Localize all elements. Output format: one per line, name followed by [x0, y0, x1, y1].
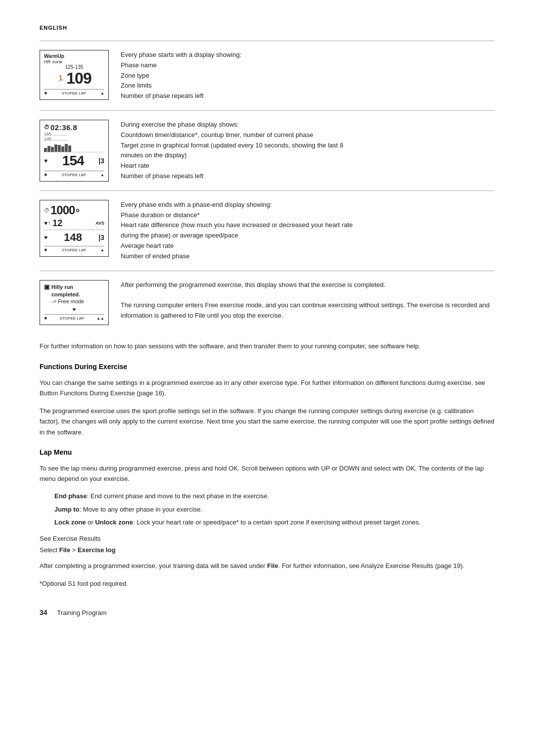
section1-line1: Every phase starts with a display showin… [121, 50, 494, 60]
device2-stopbar: ✱ STOPEE LAP ▲ [44, 171, 104, 177]
lapitem-jumpto: Jump to: Move to any other phase in your… [54, 505, 494, 515]
device2-stopbar-left: ✱ [44, 173, 47, 177]
graph-bar-1 [44, 148, 47, 152]
lapitem-endphase-term: End phase [54, 492, 87, 500]
page-footer: 34 Training Program [40, 609, 494, 616]
device1-icon: 🏃 [57, 75, 64, 82]
device-display-3: ⏱ 1000 o ♥↑ 12 AVS ♥ 148 |3 ✱ STOPEE LAP… [40, 200, 109, 257]
device2-graph [44, 142, 104, 152]
section3-line3: Heart rate difference (how much you have… [121, 220, 494, 231]
device3-bigrow: ⏱ 1000 o [44, 203, 104, 217]
section4-line2: The running computer enters Free exercis… [121, 300, 494, 321]
after-text: After completing a programmed exercise, … [40, 562, 267, 569]
lapitem-endphase-desc: : End current phase and move to the next… [87, 492, 269, 500]
section2-line6: Number of phase repeats left [121, 171, 494, 182]
footnote: *Optional S1 foot pod required. [40, 578, 494, 589]
graph-bar-4 [54, 144, 57, 152]
select-arrow: > [70, 546, 78, 554]
device2-hearticon: ♥ [44, 157, 47, 164]
section-row-4: ▣ Hilly run completed. -> Free mode ♥ ✱ … [40, 271, 494, 334]
page-number: 34 [40, 609, 47, 616]
device4-line2: completed. [51, 291, 84, 298]
section1-line5: Number of phase repeats left [121, 91, 494, 101]
device4-textblock: Hilly run completed. -> Free mode [51, 284, 84, 305]
device2-timerrow: ⏱ 02:36.8 [44, 123, 104, 132]
select-prefix: Select [40, 546, 59, 554]
device3-stopbar: ✱ STOPEE LAP ▲ [44, 246, 104, 252]
section2-line5: Heart rate [121, 161, 494, 171]
device2-bignumber: 154 [62, 153, 84, 169]
functions-para1: You can change the same settings in a pr… [40, 378, 494, 399]
section1-text: Every phase starts with a display showin… [121, 50, 494, 101]
section2-text: During exercise the phase display shows:… [121, 120, 494, 182]
section2-line2: Countdown timer/distance*, countup timer… [121, 130, 494, 141]
lapmenu-heading: Lap Menu [40, 448, 494, 456]
graph-bar-8 [68, 145, 71, 152]
device1-warmup: WarmUp [44, 53, 104, 59]
device3-stopbar-left: ✱ [44, 248, 47, 252]
device2-stopbar-center: STOPEE LAP [62, 173, 87, 177]
device4-line3: -> Free mode [51, 298, 84, 304]
device2-stopbar-right: ▲ [100, 173, 104, 177]
lapitem-lockzone-desc: : Lock your heart rate or speed/pace* to… [133, 519, 421, 526]
section4-text: After performing the programmed exercise… [121, 280, 494, 321]
section-row-1: WarmUp HR zone 125-135 🏃 109 ✱ STOPEE LA… [40, 41, 494, 110]
device-display-4: ▣ Hilly run completed. -> Free mode ♥ ✱ … [40, 280, 109, 326]
device1-stopbar-left: ✱ [44, 91, 47, 95]
graph-bar-2 [47, 146, 50, 152]
lapitem-unlockzone-term: Unlock zone [95, 519, 133, 526]
device-display-1: WarmUp HR zone 125-135 🏃 109 ✱ STOPEE LA… [40, 50, 109, 100]
device3-phase: |3 [98, 234, 104, 241]
select-line: Select File > Exercise log [40, 546, 494, 554]
graph-bar-3 [51, 147, 54, 152]
device3-disticon: ⏱ [44, 207, 49, 213]
see-line: See Exercise Results [40, 535, 494, 542]
after-paragraph: After completing a programmed exercise, … [40, 561, 494, 571]
device3-hearticon: ♥↑ [44, 220, 50, 227]
select-exerciselog: Exercise log [78, 546, 116, 554]
section4-line1: After performing the programmed exercise… [121, 280, 494, 290]
lapitem-jumpto-desc: : Move to any other phase in your exerci… [80, 506, 203, 513]
device1-stopbar-right: ▲ [100, 91, 104, 95]
section1-line2: Phase name [121, 60, 494, 71]
functions-heading: Functions During Exercise [40, 363, 494, 371]
lapitem-lockzone-term: Lock zone [54, 519, 86, 526]
device1-bigrow: 🏃 109 [44, 70, 104, 87]
device4-stopbar-center: STOPEE LAP [60, 316, 85, 321]
section3-line1: Every phase ends with a phase-end displa… [121, 200, 494, 210]
lapitem-endphase: End phase: End current phase and move to… [54, 491, 494, 502]
graph-bar-6 [61, 146, 64, 152]
device3-bignumber: 1000 [50, 203, 75, 217]
device3-hearticon2: ♥ [44, 234, 47, 241]
after-file: File [267, 562, 278, 569]
device1-hrzone: HR zone [44, 59, 104, 64]
lapitem-lockzone: Lock zone or Unlock zone: Lock your hear… [54, 518, 494, 528]
device4-stopbar: ✱ STOPEE LAP ▲▲ [44, 314, 104, 321]
device4-icon: ▣ [44, 284, 49, 290]
device1-bignumber: 109 [66, 70, 91, 87]
graph-bar-7 [65, 144, 68, 152]
section2-line1: During exercise the phase display shows: [121, 120, 494, 130]
device4-stopbar-right: ▲▲ [96, 316, 104, 321]
device4-hearticon: ♥ [73, 306, 76, 312]
device2-clockicon: ⏱ [44, 124, 49, 130]
device3-unit: o [76, 207, 79, 214]
functions-para2: The programmed exercise uses the sport p… [40, 406, 494, 437]
section2-line3: Target zone in graphical format (updated… [121, 141, 494, 151]
device3-num1: 12 [52, 218, 62, 229]
section3-line6: Number of ended phase [121, 251, 494, 262]
device3-dashes [44, 230, 104, 230]
device2-dashes1: 165 ............ [44, 132, 104, 137]
section3-line2: Phase duration or distance* [121, 210, 494, 221]
device3-num2: 148 [64, 231, 82, 244]
section-row-3: ⏱ 1000 o ♥↑ 12 AVS ♥ 148 |3 ✱ STOPEE LAP… [40, 190, 494, 271]
device1-stopbar: ✱ STOPEE LAP ▲ [44, 89, 104, 95]
device3-stopbar-right: ▲ [100, 248, 104, 252]
english-label: ENGLISH [40, 25, 494, 31]
device4-heartrow: ♥ [44, 306, 104, 312]
section1-line4: Zone limits [121, 81, 494, 91]
device1-stopbar-center: STOPEE LAP [62, 91, 87, 95]
section3-text: Every phase ends with a phase-end displa… [121, 200, 494, 262]
section2-line4: minutes on the display) [121, 150, 494, 161]
graph-bar-5 [58, 145, 61, 152]
